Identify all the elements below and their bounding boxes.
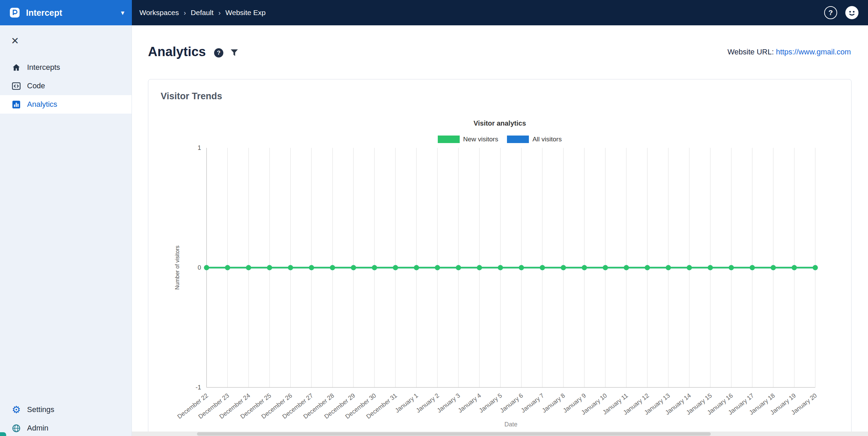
card-title: Visitor Trends (161, 91, 839, 102)
svg-text:Number of visitors: Number of visitors (174, 246, 180, 290)
breadcrumb-workspaces[interactable]: Workspaces (139, 9, 179, 17)
svg-text:0: 0 (198, 264, 201, 271)
title-icons: ? (214, 48, 238, 57)
sidebar-item-code[interactable]: Code (0, 77, 132, 95)
svg-text:1: 1 (198, 144, 201, 151)
topbar-actions: ? (824, 5, 868, 20)
legend-label: All visitors (532, 136, 562, 143)
close-icon[interactable]: ✕ (11, 36, 19, 46)
svg-text:January 1: January 1 (394, 392, 420, 414)
breadcrumb: Workspaces › Default › Website Exp (139, 9, 266, 17)
main-content: Analytics ? Website URL: https://www.gma… (132, 25, 868, 436)
svg-text:Date: Date (504, 421, 517, 428)
legend-label: New visitors (463, 136, 498, 143)
code-icon (12, 81, 21, 91)
sidebar-item-intercepts[interactable]: Intercepts (0, 58, 132, 77)
legend-swatch (438, 136, 460, 143)
svg-text:January 8: January 8 (541, 392, 567, 414)
breadcrumb-separator: › (184, 9, 186, 17)
svg-text:January 7: January 7 (520, 392, 545, 414)
svg-text:January 3: January 3 (436, 392, 461, 414)
svg-text:January 6: January 6 (499, 392, 524, 414)
svg-text:January 5: January 5 (478, 392, 504, 414)
chevron-down-icon: ▾ (121, 9, 124, 17)
sidebar-footer: ⚙ Settings Admin (0, 400, 132, 436)
home-icon (12, 63, 21, 72)
avatar[interactable] (845, 5, 859, 20)
app-name: Intercept (26, 8, 62, 18)
svg-text:January 2: January 2 (415, 392, 441, 414)
svg-text:-1: -1 (196, 384, 201, 391)
sidebar-item-admin[interactable]: Admin (0, 419, 132, 436)
top-bar: Intercept ▾ Workspaces › Default › Websi… (0, 0, 868, 25)
globe-icon (12, 424, 21, 433)
sidebar-item-label: Code (27, 81, 45, 90)
horizontal-scrollbar[interactable] (132, 432, 868, 436)
breadcrumb-default[interactable]: Default (191, 9, 214, 17)
sidebar-item-label: Analytics (27, 100, 57, 109)
filter-icon[interactable] (230, 49, 238, 57)
legend-item[interactable]: All visitors (507, 136, 562, 143)
sidebar-item-label: Admin (27, 424, 48, 433)
breadcrumb-website-exp[interactable]: Website Exp (225, 9, 266, 17)
sidebar-item-analytics[interactable]: Analytics (0, 95, 132, 114)
website-url-link[interactable]: https://www.gmail.com (776, 48, 851, 56)
sidebar-item-settings[interactable]: ⚙ Settings (0, 400, 132, 419)
bar-chart-icon (12, 100, 21, 109)
help-icon[interactable]: ? (824, 6, 837, 19)
sidebar-nav: Intercepts Code Analytics (0, 58, 132, 114)
sidebar-item-label: Settings (27, 405, 54, 414)
breadcrumb-separator: › (218, 9, 221, 17)
intercept-logo-icon (9, 7, 21, 18)
chart-title: Visitor analytics (161, 119, 839, 127)
chart-legend: New visitorsAll visitors (161, 136, 839, 143)
legend-swatch (507, 136, 529, 143)
legend-item[interactable]: New visitors (438, 136, 498, 143)
sidebar: ✕ Intercepts Code (0, 25, 132, 436)
website-url-block: Website URL: https://www.gmail.com (728, 48, 851, 56)
website-url-label: Website URL: (728, 48, 774, 56)
sidebar-item-label: Intercepts (27, 63, 60, 72)
gear-icon: ⚙ (12, 405, 21, 414)
svg-text:January 4: January 4 (457, 392, 482, 414)
visitor-trends-card: Visitor Trends Visitor analytics New vis… (148, 79, 852, 436)
info-icon[interactable]: ? (214, 48, 223, 57)
page-header: Analytics ? Website URL: https://www.gma… (148, 44, 851, 59)
scrollbar-thumb[interactable] (197, 432, 711, 436)
page-title: Analytics (148, 44, 206, 59)
visitor-trends-chart: 10-1Number of visitorsDecember 22Decembe… (161, 146, 839, 436)
feedback-widget-corner[interactable] (0, 432, 6, 436)
app-switcher[interactable]: Intercept ▾ (0, 0, 132, 25)
